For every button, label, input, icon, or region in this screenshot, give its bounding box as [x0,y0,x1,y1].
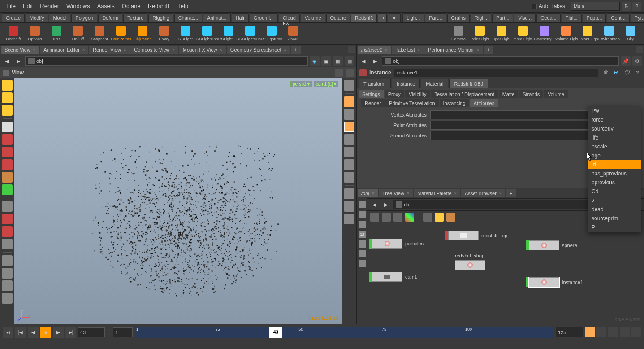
pane-menu-icon[interactable] [636,46,643,53]
dropdown-item-life[interactable]: life [588,133,641,142]
help-icon[interactable]: ? [633,69,641,77]
shelf-tool-area-light[interactable]: Area Light [512,24,534,44]
shelf-tool-volume-light[interactable]: Volume Light [555,24,577,44]
pin-icon[interactable]: 📌 [621,56,631,66]
render-icon[interactable]: ▦ [333,56,343,66]
dropdown-item-cd[interactable]: Cd [588,187,641,196]
loop-icon[interactable] [585,327,595,337]
shelf-tool-point-light[interactable]: Point Light [469,24,491,44]
sub-tab-volume[interactable]: Volume [544,90,568,98]
bg-icon[interactable] [344,201,354,212]
menu-windows[interactable]: Windows [63,1,94,11]
shelf-tool-camera[interactable]: Camera [448,24,469,44]
inspect-icon[interactable] [2,280,13,291]
scale-icon[interactable] [2,159,13,170]
menu-octane[interactable]: Octane [118,1,144,11]
shape-icon[interactable] [359,260,366,267]
sub-tab2-instancing[interactable]: Instancing [440,99,469,107]
node-redshift-shop[interactable]: redshift_shop [455,260,485,270]
handle-icon[interactable] [2,184,13,195]
card-icon[interactable] [382,213,391,222]
cam-badge-cam1[interactable]: cam1 [L]▾ [314,81,338,87]
viewport[interactable]: persp1▾ cam1 [L]▾ y x z Indie Edition [14,78,342,324]
nav-fwd-icon[interactable]: ▶ [381,200,391,209]
color-icon[interactable] [359,250,366,257]
sub-tab2-render[interactable]: Render [361,99,385,107]
shelf-tool-rslightportal[interactable]: RSLightPortal [261,24,282,44]
close-icon[interactable]: × [372,191,374,196]
sub-tab-strands[interactable]: Strands [519,90,543,98]
timeline-track[interactable]: 1 25 50 75 100 43 [136,327,553,338]
houdini-icon[interactable]: H [612,69,620,77]
shelf-tab-ligh-[interactable]: Ligh... [402,13,424,22]
close-icon[interactable]: × [454,191,457,196]
close-icon[interactable]: × [499,191,501,196]
lock-icon[interactable] [344,96,354,107]
shelf-tab-model[interactable]: Model [49,13,70,22]
dropdown-item-pscale[interactable]: pscale [588,142,641,151]
shelf-tab-dropdown[interactable]: ▼ [388,13,401,22]
flipbook-icon[interactable] [2,293,13,304]
close-icon[interactable]: × [477,48,479,52]
start-frame-field[interactable]: 1 [113,327,133,337]
sub-tab2-attributes[interactable]: Attributes [470,99,498,107]
brush-tool-icon[interactable] [2,105,13,116]
sub-tab-matte[interactable]: Matte [499,90,519,98]
shelf-tool-snapshot[interactable]: Snapshot [89,24,110,44]
param-tab-redshift-obj[interactable]: Redshift OBJ [449,79,488,88]
menu-assets[interactable]: Assets [94,1,118,11]
close-icon[interactable]: × [124,48,126,52]
netbox-icon[interactable] [446,213,455,222]
close-icon[interactable]: × [33,48,35,52]
pane-tab--obj[interactable]: /obj × [358,189,378,197]
shelf-tab-part-[interactable]: Part... [492,13,513,22]
view-tool-icon[interactable] [2,255,13,266]
note-icon[interactable]: 12 [359,231,366,238]
close-icon[interactable]: × [82,48,85,52]
take-dropdown[interactable]: Main [571,2,620,11]
pane-tab-performance-monitor[interactable]: Performance Monitor × [424,46,483,54]
nav-fwd-icon[interactable]: ▶ [370,56,380,66]
help-icon[interactable]: ? [632,2,641,11]
pane-tab-plus[interactable]: + [506,189,516,197]
sub-tab-settings[interactable]: Settings [359,90,384,98]
timeline-cursor[interactable]: 43 [269,327,282,338]
node-name-field[interactable]: instance1 [394,69,598,77]
gear-icon[interactable]: ✻ [601,69,609,77]
pane-menu-icon[interactable] [348,46,355,53]
next-key-button[interactable]: ▶| [65,327,76,338]
shelf-tool-camparms[interactable]: CamParms [110,24,132,44]
shelf-tab-visc-[interactable]: Visc... [514,13,536,22]
prev-key-button[interactable]: |◀ [15,327,26,338]
shelf-tool-rslightdome[interactable]: RSLightDome [196,24,218,44]
menu-render[interactable]: Render [36,1,63,11]
ghost-disp-icon[interactable] [344,109,354,120]
pane-tab-motion-fx-view[interactable]: Motion FX View × [179,46,226,54]
wireframe-icon[interactable] [344,122,354,132]
lit-icon[interactable] [344,147,354,157]
shelf-tab-pyr-[interactable]: Pyr... [631,13,644,22]
pane-tab-plus[interactable]: + [484,46,493,54]
shelf-tab-groomi-[interactable]: Groomi... [250,13,278,22]
autokey-icon[interactable] [620,327,630,337]
shelf-tab-ocea-[interactable]: Ocea... [536,13,560,22]
dropdown-item-has_pprevious[interactable]: has_pprevious [588,169,641,178]
shelf-tool-distant-light[interactable]: Distant Light [577,24,598,44]
shelf-tab-redshift[interactable]: Redshift [351,13,377,22]
shelf-tool-about[interactable]: About [282,24,304,44]
dropdown-item-sourceuv[interactable]: sourceuv [588,124,641,133]
shelf-tab-rigging[interactable]: Rigging [148,13,173,22]
shelf-tab-texture[interactable]: Texture [123,13,147,22]
render-region-icon[interactable] [2,268,13,279]
anim-settings-icon[interactable] [631,327,641,337]
image-icon[interactable] [423,213,432,222]
gamma-icon[interactable] [344,188,354,199]
shelf-tool-objparms[interactable]: ObjParms [132,24,153,44]
shelf-tab-grains[interactable]: Grains [447,13,470,22]
dropdown-item-pprevious[interactable]: pprevious [588,178,641,187]
sub-tab-visibility[interactable]: Visibility [405,90,430,98]
param-tab-material[interactable]: Material [421,79,448,88]
ghost-icon[interactable]: ◉ [310,56,320,66]
shelf-tab-plus[interactable]: + [378,13,387,22]
pane-tab-take-list[interactable]: Take List × [392,46,424,54]
